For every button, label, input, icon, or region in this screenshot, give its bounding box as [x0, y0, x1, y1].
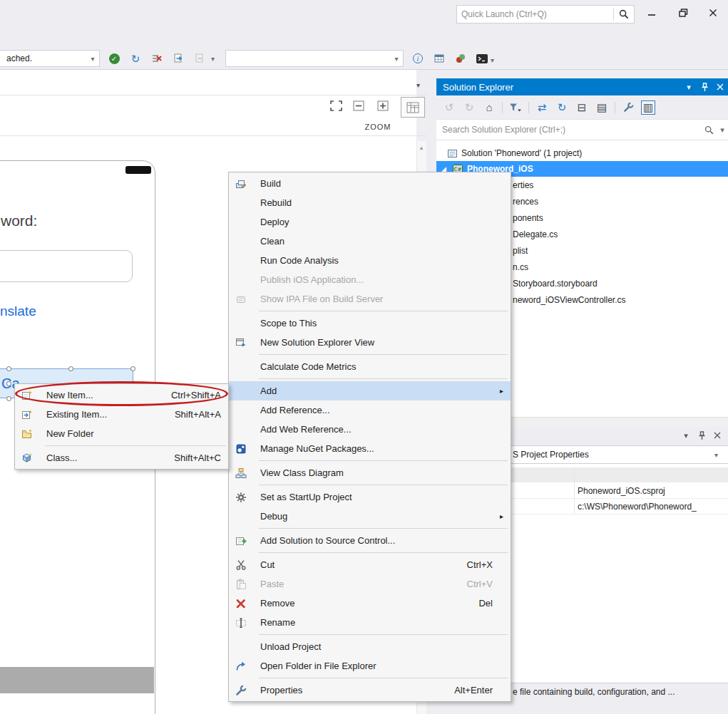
menu-item-calculate-code-metrics[interactable]: Calculate Code Metrics	[229, 357, 511, 376]
menu-item-class[interactable]: Class...Shift+Alt+C	[15, 448, 228, 467]
show-all-files-icon[interactable]: ▤	[595, 100, 609, 115]
clear-items-icon[interactable]	[150, 51, 164, 66]
pin-icon[interactable]	[697, 80, 712, 94]
refresh-icon[interactable]: ↻	[555, 100, 569, 115]
search-input[interactable]	[436, 125, 701, 135]
tree-item-fragment[interactable]: plist	[513, 243, 528, 259]
menu-item-manage-nuget-packages[interactable]: Manage NuGet Packages...	[229, 439, 511, 458]
tree-item-fragment[interactable]: ponents	[513, 210, 543, 227]
chevron-down-icon[interactable]: ▾	[681, 80, 697, 94]
solution-explorer-header[interactable]: Solution Explorer ▾	[436, 78, 728, 95]
menu-item-shortcut: Ctrl+X	[467, 559, 493, 570]
minimize-button[interactable]	[640, 4, 664, 22]
scroll-up-icon[interactable]: ▴	[416, 143, 426, 152]
menu-item-add-web-reference[interactable]: Add Web Reference...	[229, 420, 511, 439]
device-combo[interactable]: ached. ▾	[0, 50, 100, 67]
property-value[interactable]: c:\WS\Phoneword\Phoneword_	[578, 502, 724, 512]
menu-item-cut[interactable]: CutCtrl+X	[229, 555, 511, 574]
extensions-icon[interactable]	[453, 51, 468, 66]
close-icon[interactable]	[709, 428, 725, 443]
menu-item-debug[interactable]: Debug▸	[229, 507, 511, 526]
menu-item-label: Build	[260, 178, 476, 189]
menu-item-clean[interactable]: Clean	[229, 232, 511, 251]
collapse-all-icon[interactable]: ⊟	[575, 100, 589, 115]
menu-item-scope-to-this[interactable]: Scope to This	[229, 314, 511, 333]
phoneword-label-fragment[interactable]: word:	[1, 212, 37, 229]
menu-item-properties[interactable]: PropertiesAlt+Enter	[229, 681, 511, 700]
chevron-down-icon[interactable]: ▾	[714, 451, 718, 459]
zoom-out-icon[interactable]	[353, 100, 364, 111]
restore-button[interactable]	[671, 4, 695, 22]
menu-item-build[interactable]: Build	[229, 174, 511, 193]
menu-item-add-reference[interactable]: Add Reference...	[229, 400, 511, 420]
properties-icon[interactable]	[621, 100, 635, 115]
tree-item-fragment[interactable]: n.cs	[513, 259, 528, 276]
tree-item-fragment[interactable]: Storyboard.storyboard	[513, 276, 598, 292]
tree-item-fragment[interactable]: rences	[513, 194, 538, 210]
chevron-down-icon[interactable]: ▾	[491, 56, 494, 64]
menu-item-add-solution-to-source-control[interactable]: Add Solution to Source Control...	[229, 531, 511, 550]
menu-item-label: Run Code Analysis	[260, 255, 476, 266]
menu-item-add[interactable]: Add▸	[229, 381, 511, 400]
data-grid-icon[interactable]	[432, 51, 446, 66]
properties-object-fragment: S Project Properties	[513, 450, 589, 460]
home-icon[interactable]: ⌂	[482, 100, 496, 115]
menu-item-label: Cut	[260, 559, 450, 570]
menu-item-label: Deploy	[260, 217, 476, 227]
tree-item-solution[interactable]: Solution 'Phoneword' (1 project)	[436, 145, 728, 161]
menu-item-view-class-diagram[interactable]: View Class Diagram	[229, 463, 511, 482]
menu-item-label: Scope to This	[260, 318, 476, 328]
selection-handle[interactable]	[68, 366, 73, 371]
search-icon[interactable]	[701, 123, 717, 137]
chevron-down-icon[interactable]: ▾	[717, 123, 728, 137]
menu-item-open-folder-in-file-explorer[interactable]: Open Folder in File Explorer	[229, 656, 511, 676]
menu-item-remove[interactable]: RemoveDel	[229, 594, 511, 613]
toolbar-combo[interactable]: ▾	[225, 50, 404, 67]
selection-handle[interactable]	[6, 366, 11, 371]
selection-handle[interactable]	[130, 366, 135, 371]
menu-separator	[45, 445, 225, 446]
tree-item-fragment[interactable]: Delegate.cs	[513, 227, 558, 243]
menu-item-unload-project[interactable]: Unload Project	[229, 637, 511, 656]
tree-item-fragment[interactable]: erties	[513, 177, 533, 194]
menu-item-label: Add	[260, 386, 476, 396]
console-icon[interactable]	[475, 51, 489, 66]
menu-item-label: New Folder	[46, 428, 204, 439]
property-value[interactable]: Phoneword_iOS.csproj	[578, 486, 724, 496]
menu-item-deploy[interactable]: Deploy	[229, 212, 511, 232]
menu-item-set-as-startup-project[interactable]: Set as StartUp Project	[229, 487, 511, 507]
menu-item-existing-item[interactable]: Existing Item...Shift+Alt+A	[15, 405, 228, 424]
chevron-down-icon[interactable]: ▾	[678, 428, 694, 443]
export-items-icon[interactable]	[193, 51, 207, 66]
constraints-grid-button[interactable]	[401, 97, 425, 118]
start-check-icon[interactable]: ✓	[107, 51, 121, 66]
translate-link-fragment[interactable]: nslate	[0, 304, 36, 319]
build-icon	[229, 178, 253, 190]
search-icon[interactable]	[614, 9, 634, 19]
menu-item-rebuild[interactable]: Rebuild	[229, 193, 511, 212]
tree-item-fragment[interactable]: neword_iOSViewController.cs	[513, 292, 626, 309]
close-icon[interactable]	[712, 80, 728, 94]
sync-refresh-icon[interactable]: ↻	[128, 51, 143, 66]
toolbar-overflow-icon[interactable]: ▾	[211, 55, 215, 63]
sync-active-icon[interactable]: ⇄	[535, 100, 549, 115]
filter-icon[interactable]	[508, 100, 523, 115]
phone-text-field[interactable]	[0, 250, 133, 282]
menu-item-new-folder[interactable]: New Folder	[15, 424, 228, 443]
back-icon[interactable]: ↺	[442, 100, 456, 115]
forward-icon[interactable]: ↻	[462, 100, 476, 115]
close-button[interactable]	[701, 4, 725, 22]
menu-item-new-solution-explorer-view[interactable]: New Solution Explorer View	[229, 333, 511, 352]
menu-item-rename[interactable]: Rename	[229, 613, 511, 632]
selection-handle[interactable]	[6, 396, 11, 401]
zoom-in-icon[interactable]	[377, 100, 389, 111]
import-items-icon[interactable]	[171, 51, 185, 66]
selection-handle[interactable]	[6, 381, 11, 386]
quick-launch-input[interactable]	[457, 9, 613, 19]
fullscreen-icon[interactable]	[330, 100, 342, 111]
pin-icon[interactable]	[694, 428, 709, 443]
pane-menu-chevron-icon[interactable]: ▾	[416, 81, 420, 89]
info-icon[interactable]: i	[411, 51, 425, 66]
preview-items-icon[interactable]: ▥	[641, 100, 655, 115]
menu-item-run-code-analysis[interactable]: Run Code Analysis	[229, 251, 511, 270]
